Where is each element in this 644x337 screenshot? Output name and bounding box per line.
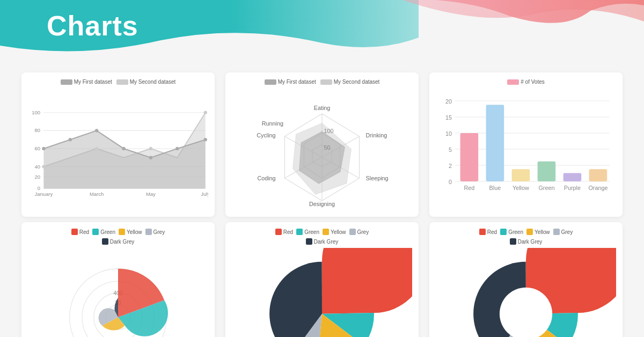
polar-legend-label-red: Red <box>79 229 89 235</box>
line-chart-svg: 100 80 60 40 20 0 <box>28 88 208 210</box>
line-chart-card: My First dataset My Second dataset 100 8… <box>21 72 215 217</box>
svg-text:Designing: Designing <box>309 201 335 207</box>
pie-legend-red: Red <box>275 229 293 235</box>
pie-chart-card: Red Green Yellow Grey Dark Grey <box>225 222 419 337</box>
polar-legend-color-yellow <box>119 229 125 235</box>
legend-label-2: My Second dataset <box>130 79 176 85</box>
svg-point-16 <box>95 129 98 132</box>
pie-legend-green: Green <box>296 229 319 235</box>
polar-legend-color-red <box>71 229 78 235</box>
bar-legend-label-1: # of Votes <box>521 79 544 85</box>
svg-text:Purple: Purple <box>564 185 581 191</box>
polar-legend-color-grey <box>145 229 152 235</box>
pie-legend-label-grey: Grey <box>357 229 369 235</box>
svg-text:10: 10 <box>445 130 452 137</box>
donut-legend: Red Green Yellow Grey Dark Grey <box>462 229 591 245</box>
polar-legend: Red Green Yellow Grey Dark Grey <box>54 229 183 245</box>
bar-chart-svg: 20 15 10 5 2 0 Red <box>436 88 616 210</box>
polar-legend-darkgrey: Dark Grey <box>54 238 183 245</box>
svg-point-21 <box>42 165 45 168</box>
svg-point-19 <box>175 147 179 150</box>
svg-text:20: 20 <box>35 174 41 180</box>
pie-legend-label-green: Green <box>304 229 319 235</box>
svg-text:Red: Red <box>464 185 474 191</box>
svg-text:May: May <box>146 191 156 197</box>
svg-rect-62 <box>564 173 582 181</box>
donut-legend-color-green <box>500 229 507 235</box>
bar-chart-legend: # of Votes <box>507 79 544 85</box>
svg-text:Cycling: Cycling <box>257 132 275 138</box>
svg-text:15: 15 <box>445 114 452 121</box>
donut-legend-red: Red <box>479 229 497 235</box>
pie-chart-svg <box>232 248 412 337</box>
donut-legend-yellow: Yellow <box>526 229 550 235</box>
donut-legend-color-red <box>479 229 486 235</box>
radar-chart-card: My First dataset My Second dataset <box>225 72 419 217</box>
pie-legend-color-green <box>296 229 303 235</box>
svg-rect-61 <box>538 162 556 181</box>
pie-legend-color-grey <box>349 229 356 235</box>
radar-legend-color-2 <box>320 79 332 85</box>
svg-text:Drinking: Drinking <box>366 132 387 138</box>
svg-text:60: 60 <box>35 145 41 151</box>
polar-legend-red: Red <box>71 229 89 235</box>
pie-legend-label-yellow: Yellow <box>331 229 346 235</box>
donut-legend-color-darkgrey <box>510 238 516 245</box>
polar-chart-svg: 400 20 <box>28 248 208 337</box>
bar-chart-card: # of Votes 20 15 10 5 2 0 <box>429 72 623 217</box>
svg-point-23 <box>149 147 152 150</box>
donut-legend-label-darkgrey: Dark Grey <box>518 239 543 245</box>
svg-point-17 <box>122 147 125 150</box>
polar-legend-label-yellow: Yellow <box>127 229 142 235</box>
pie-legend-grey: Grey <box>349 229 369 235</box>
donut-chart-svg <box>436 248 616 337</box>
polar-legend-color-green <box>92 229 99 235</box>
legend-color-1 <box>61 79 72 85</box>
pie-legend: Red Green Yellow Grey Dark Grey <box>258 229 387 245</box>
svg-text:40: 40 <box>35 164 41 170</box>
polar-legend-label-green: Green <box>100 229 115 235</box>
polar-legend-green: Green <box>92 229 115 235</box>
polar-legend-label-grey: Grey <box>153 229 165 235</box>
svg-text:Running: Running <box>262 120 283 127</box>
svg-rect-63 <box>589 169 608 181</box>
svg-text:100: 100 <box>324 128 334 134</box>
svg-point-18 <box>149 156 152 159</box>
svg-point-15 <box>69 138 72 141</box>
svg-text:Yellow: Yellow <box>513 185 529 191</box>
svg-text:July: July <box>201 191 208 197</box>
pie-legend-darkgrey: Dark Grey <box>258 238 387 245</box>
svg-point-24 <box>204 111 207 114</box>
line-chart-legend: My First dataset My Second dataset <box>61 79 176 85</box>
pie-legend-color-yellow <box>323 229 329 235</box>
donut-legend-grey: Grey <box>553 229 573 235</box>
polar-legend-color-darkgrey <box>102 238 108 245</box>
radar-legend-color-1 <box>265 79 276 85</box>
radar-chart-legend: My First dataset My Second dataset <box>265 79 380 85</box>
svg-text:Eating: Eating <box>314 105 331 111</box>
svg-text:100: 100 <box>32 109 40 115</box>
pie-legend-label-red: Red <box>283 229 293 235</box>
svg-text:20: 20 <box>445 98 452 105</box>
svg-point-20 <box>204 138 207 141</box>
svg-text:Coding: Coding <box>257 175 275 181</box>
svg-text:0: 0 <box>38 185 40 191</box>
radar-legend-label-2: My Second dataset <box>334 79 380 85</box>
svg-rect-60 <box>512 169 530 181</box>
svg-text:2: 2 <box>449 163 452 169</box>
svg-text:0: 0 <box>449 179 452 185</box>
chart-row-1: My First dataset My Second dataset 100 8… <box>21 70 623 219</box>
polar-chart-card: Red Green Yellow Grey Dark Grey <box>21 222 215 337</box>
bar-legend-color-1 <box>507 79 519 85</box>
charts-container: My First dataset My Second dataset 100 8… <box>0 64 644 337</box>
polar-legend-yellow: Yellow <box>119 229 142 235</box>
donut-legend-label-red: Red <box>487 229 497 235</box>
svg-rect-58 <box>460 133 479 181</box>
donut-legend-label-yellow: Yellow <box>535 229 550 235</box>
svg-text:Sleeping: Sleeping <box>366 175 389 181</box>
svg-text:50: 50 <box>324 144 331 151</box>
radar-legend-label-1: My First dataset <box>278 79 316 85</box>
legend-item-1: My First dataset <box>61 79 112 85</box>
legend-label-1: My First dataset <box>74 79 112 85</box>
pie-legend-label-darkgrey: Dark Grey <box>314 239 339 245</box>
